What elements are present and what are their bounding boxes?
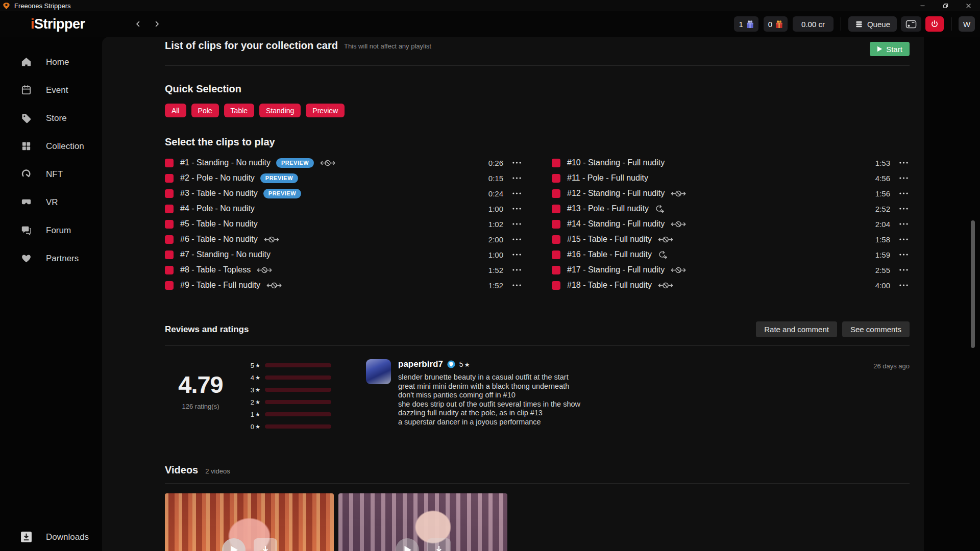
clip-menu-button[interactable] [897,208,910,210]
cards-toggle-button[interactable] [901,16,921,32]
video-thumbnail[interactable] [165,493,334,551]
close-button[interactable] [957,0,980,11]
window-titlebar: Freeones Strippers [0,0,980,11]
rating-bar-row: 1 ★ [250,408,337,420]
clip-checkbox[interactable] [165,205,174,213]
clip-time: 1:52 [488,266,503,274]
play-video-button[interactable] [222,538,246,551]
clip-checkbox[interactable] [165,266,174,274]
clip-checkbox[interactable] [552,266,560,274]
store-icon [20,112,32,124]
reviewer-avatar[interactable] [366,359,391,384]
clip-checkbox[interactable] [165,189,174,198]
clip-menu-button[interactable] [510,238,523,240]
preview-badge[interactable]: PREVIEW [260,173,298,183]
reviewer-name[interactable]: paperbird7 [398,359,443,369]
download-video-button[interactable] [427,538,451,551]
sidebar-item[interactable]: Store [0,104,102,132]
clip-menu-button[interactable] [510,192,523,194]
filter-chip[interactable]: Table [224,104,254,117]
clip-menu-button[interactable] [897,238,910,240]
queue-button[interactable]: Queue [848,16,897,32]
clip-label: #3 - Table - No nudity [180,189,258,198]
filter-chip[interactable]: Pole [191,104,219,117]
rating-score: 4.79 [165,370,236,398]
power-button[interactable] [925,16,944,32]
sidebar-item[interactable]: NFT [0,160,102,188]
clip-menu-button[interactable] [510,208,523,210]
clip-menu-button[interactable] [897,254,910,256]
clip-row: #10 - Standing - Full nudity 1:53 [552,155,910,170]
preview-badge[interactable]: PREVIEW [263,189,301,198]
sidebar-item[interactable]: Home [0,48,102,76]
clip-menu-button[interactable] [510,269,523,271]
clip-checkbox[interactable] [552,174,560,183]
play-video-button[interactable] [396,538,419,551]
sidebar-item-downloads[interactable]: Downloads [0,523,102,551]
clip-label: #5 - Table - No nudity [180,219,258,229]
clip-menu-button[interactable] [510,284,523,286]
sidebar-item[interactable]: VR [0,188,102,216]
download-video-button[interactable] [254,538,277,551]
no-transition-icon [266,282,282,289]
sidebar-item[interactable]: Event [0,76,102,104]
rate-and-comment-button[interactable]: Rate and comment [756,321,837,337]
gift-blue-badge[interactable]: 1 [734,16,758,32]
clip-menu-button[interactable] [510,162,523,164]
scroll-gutter [924,37,980,551]
clip-checkbox[interactable] [552,251,560,259]
sidebar-item[interactable]: Forum [0,216,102,244]
clip-menu-button[interactable] [510,223,523,225]
clip-checkbox[interactable] [165,235,174,244]
sidebar-item[interactable]: Collection [0,132,102,160]
credits-button[interactable]: 0.00 cr [793,16,834,32]
restore-button[interactable] [934,0,957,11]
no-transition-icon [256,266,273,274]
window-title: Freeones Strippers [14,2,71,10]
clip-checkbox[interactable] [165,159,174,167]
filter-chip[interactable]: All [165,104,186,117]
clip-time: 1:00 [488,251,503,259]
clip-row: #5 - Table - No nudity 1:02 [165,216,523,232]
no-transition-icon [657,282,674,289]
preview-badge[interactable]: PREVIEW [276,158,314,168]
clip-time: 1:00 [488,205,503,213]
nav-back-button[interactable] [132,18,144,30]
clip-checkbox[interactable] [552,220,560,229]
clip-menu-button[interactable] [897,177,910,179]
clip-checkbox[interactable] [552,159,560,167]
minimize-button[interactable] [911,0,934,11]
clips-header-title: List of clips for your collection card [165,40,338,52]
clip-checkbox[interactable] [165,174,174,183]
clip-menu-button[interactable] [510,254,523,256]
clip-menu-button[interactable] [897,269,910,271]
sidebar-item[interactable]: Partners [0,244,102,272]
video-thumbnail[interactable] [338,493,507,551]
clip-checkbox[interactable] [165,220,174,229]
clip-menu-button[interactable] [897,284,910,286]
filter-chip[interactable]: Preview [306,104,345,117]
clip-menu-button[interactable] [510,177,523,179]
clip-time: 2:00 [488,235,503,244]
clip-time: 4:00 [875,281,890,290]
filter-chip[interactable]: Standing [259,104,301,117]
nav-forward-button[interactable] [151,18,163,30]
clip-label: #14 - Standing - Full nudity [567,219,665,229]
clip-checkbox[interactable] [165,281,174,290]
clip-checkbox[interactable] [165,251,174,259]
clip-time: 4:56 [875,174,890,183]
gift-red-badge[interactable]: 0 [764,16,788,32]
start-button[interactable]: Start [870,42,910,56]
see-comments-button[interactable]: See comments [842,321,910,337]
clip-menu-button[interactable] [897,223,910,225]
user-avatar-button[interactable]: W [959,16,975,32]
sidebar-item-label: Event [46,85,68,95]
clip-checkbox[interactable] [552,235,560,244]
clip-checkbox[interactable] [552,205,560,213]
scrollbar[interactable] [971,220,975,348]
clip-menu-button[interactable] [897,192,910,194]
rating-bars: 5 ★ 4 ★ 3 ★ 2 ★ 1 ★ 0 ★ [250,359,337,433]
clip-menu-button[interactable] [897,162,910,164]
clip-checkbox[interactable] [552,189,560,198]
clip-checkbox[interactable] [552,281,560,290]
